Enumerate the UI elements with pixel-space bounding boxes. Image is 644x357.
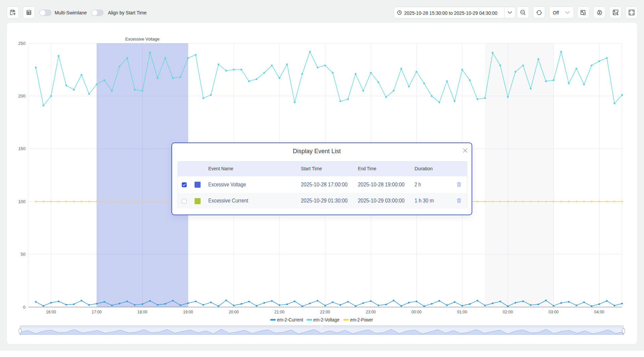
svg-text:50: 50 bbox=[21, 252, 25, 257]
svg-text:em-2-Voltage: em-2-Voltage bbox=[313, 317, 339, 322]
svg-text:03:00: 03:00 bbox=[548, 309, 558, 314]
svg-text:100: 100 bbox=[18, 199, 25, 204]
svg-text:22:00: 22:00 bbox=[320, 309, 330, 314]
svg-text:19:00: 19:00 bbox=[183, 309, 193, 314]
svg-text:01:00: 01:00 bbox=[457, 309, 467, 314]
svg-text:17:00: 17:00 bbox=[92, 309, 102, 314]
svg-text:00:00: 00:00 bbox=[412, 309, 422, 314]
svg-text:200: 200 bbox=[18, 94, 25, 99]
svg-text:16:00: 16:00 bbox=[46, 309, 56, 314]
svg-text:250: 250 bbox=[18, 41, 25, 46]
svg-text:23:00: 23:00 bbox=[366, 309, 376, 314]
svg-text:20:00: 20:00 bbox=[229, 309, 239, 314]
svg-text:18:00: 18:00 bbox=[138, 309, 148, 314]
svg-text:21:00: 21:00 bbox=[274, 309, 284, 314]
svg-text:04:00: 04:00 bbox=[594, 309, 604, 314]
svg-text:Excessive Voltage: Excessive Voltage bbox=[125, 37, 160, 42]
svg-text:0: 0 bbox=[23, 305, 25, 310]
svg-text:150: 150 bbox=[18, 146, 25, 151]
svg-text:02:00: 02:00 bbox=[503, 309, 513, 314]
svg-text:em-2-Current: em-2-Current bbox=[277, 317, 303, 322]
svg-text:em-2-Power: em-2-Power bbox=[350, 317, 373, 322]
